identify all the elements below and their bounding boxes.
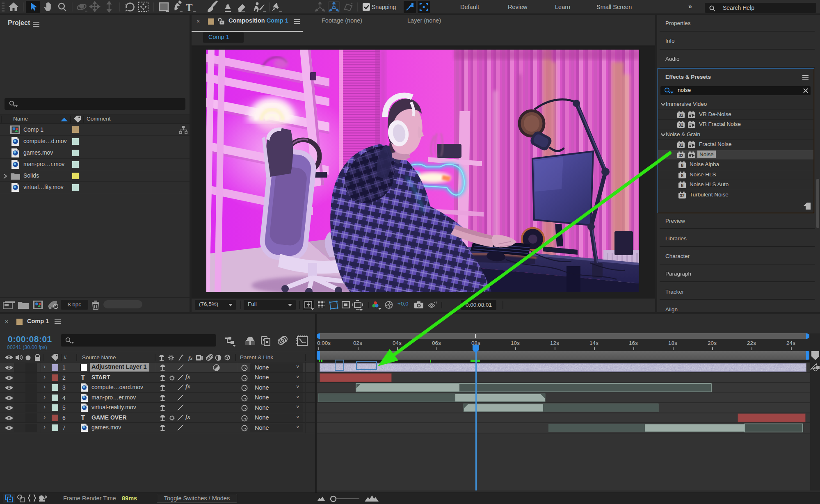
svg-text:fx: fx xyxy=(188,355,193,361)
svg-text:T: T xyxy=(186,2,193,13)
